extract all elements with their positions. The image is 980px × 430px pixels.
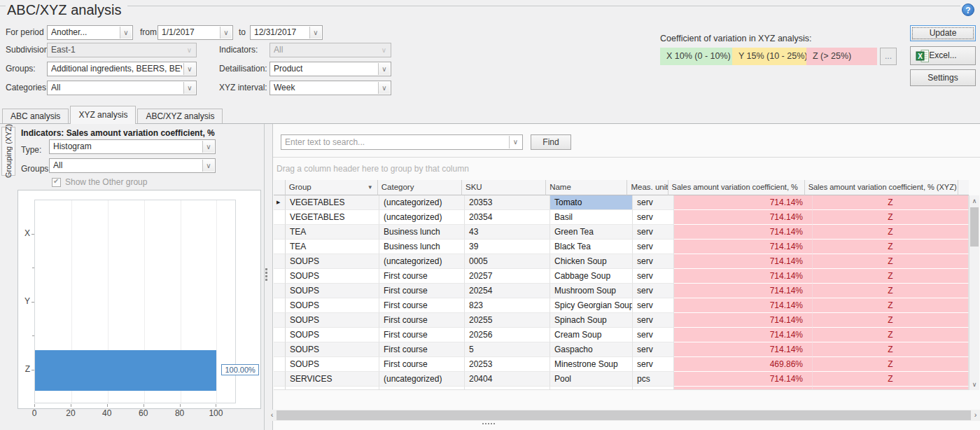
column-header-category[interactable]: Category: [378, 180, 462, 195]
vertical-scroll-thumb[interactable]: [970, 207, 979, 247]
cell-unit[interactable]: serv: [633, 284, 674, 298]
scroll-up-icon[interactable]: [969, 195, 979, 207]
cell-category[interactable]: First course: [379, 298, 465, 313]
scroll-down-icon[interactable]: [969, 379, 979, 390]
from-date-select[interactable]: 1/1/2017: [158, 25, 233, 40]
cell-name[interactable]: Minestrone Soup: [550, 357, 633, 372]
table-row[interactable]: SOUPSFirst course20255Spinach Soupserv71…: [274, 313, 969, 328]
cell-xyz[interactable]: Z: [813, 195, 969, 210]
table-row[interactable]: SOUPS(uncategorized)0005Chicken Soupserv…: [274, 254, 969, 269]
table-row[interactable]: VEGETABLES(uncategorized)20354Basilserv7…: [274, 210, 969, 225]
detailisation-select[interactable]: Product: [270, 62, 391, 76]
table-row[interactable]: TEABusiness lunch43Green Teaserv714.14%Z: [274, 225, 969, 240]
cell-coef[interactable]: 714.14%: [674, 269, 813, 284]
cell-unit[interactable]: serv: [633, 269, 674, 284]
cell-name[interactable]: Tomato: [550, 195, 633, 210]
cell-group[interactable]: TEA: [286, 240, 379, 254]
update-button[interactable]: Update: [910, 25, 976, 41]
cell-coef[interactable]: 714.14%: [674, 210, 813, 225]
scroll-left-icon[interactable]: [267, 410, 276, 421]
cell-coef[interactable]: 714.14%: [674, 284, 813, 298]
cell-unit[interactable]: serv: [633, 240, 674, 254]
cell-group[interactable]: SOUPS: [286, 298, 379, 313]
cell-sku[interactable]: 20353: [465, 195, 550, 210]
cell-coef[interactable]: 714.14%: [674, 254, 813, 269]
cell-sku[interactable]: 20254: [465, 284, 550, 298]
panel-splitter[interactable]: [265, 268, 268, 279]
cell-name[interactable]: Basil: [550, 210, 633, 225]
tab-abc-analysis[interactable]: ABC analysis: [2, 109, 69, 123]
help-icon[interactable]: ?: [962, 4, 974, 16]
cell-name[interactable]: Black Tea: [550, 240, 633, 254]
tab-abc-xyz-analysis[interactable]: ABC/XYZ analysis: [137, 109, 223, 123]
table-row[interactable]: SOUPSFirst course20257Cabbage Soupserv71…: [274, 269, 969, 284]
cell-group[interactable]: SOUPS: [286, 313, 379, 328]
chevron-down-icon[interactable]: [120, 27, 132, 39]
cell-category[interactable]: First course: [379, 269, 465, 284]
cell-unit[interactable]: serv: [633, 328, 674, 342]
cell-coef[interactable]: 714.14%: [674, 240, 813, 254]
find-button[interactable]: Find: [531, 134, 571, 150]
cell-xyz[interactable]: Z: [813, 328, 969, 342]
cell-coef[interactable]: 714.14%: [674, 195, 813, 210]
categories-select[interactable]: All: [47, 81, 197, 95]
cell-coef[interactable]: 714.14%: [674, 298, 813, 313]
cell-unit[interactable]: serv: [633, 225, 674, 240]
cell-xyz[interactable]: Z: [813, 269, 969, 284]
chevron-down-icon[interactable]: [202, 160, 214, 172]
cell-xyz[interactable]: Z: [813, 342, 969, 357]
cell-sku[interactable]: 20354: [465, 210, 550, 225]
chart-type-select[interactable]: Histogram: [49, 139, 216, 154]
cell-xyz[interactable]: Z: [813, 298, 969, 313]
cell-xyz[interactable]: Z: [813, 225, 969, 240]
cell-xyz[interactable]: Z: [813, 254, 969, 269]
settings-button[interactable]: Settings: [910, 69, 976, 86]
cell-xyz[interactable]: Z: [813, 240, 969, 254]
groups-select[interactable]: Additional ingredients, BEERS, BEV...: [47, 62, 197, 76]
table-row[interactable]: SOUPSFirst course823Spicy Georgian Soups…: [274, 298, 969, 313]
column-header-sales-amount-variation-coefficient-xyz[interactable]: Sales amount variation coefficient, % (X…: [805, 180, 959, 195]
cell-name[interactable]: Cabbage Soup: [550, 269, 633, 284]
column-header-group[interactable]: Group▼: [286, 180, 378, 195]
chart-bar-z[interactable]: [35, 350, 216, 391]
cell-group[interactable]: SOUPS: [286, 342, 379, 357]
cell-name[interactable]: Pool: [550, 372, 633, 387]
cell-name[interactable]: Cream Soup: [550, 328, 633, 342]
cell-coef[interactable]: 714.14%: [674, 328, 813, 342]
cell-unit[interactable]: serv: [633, 357, 674, 372]
to-date-select[interactable]: 12/31/2017: [250, 25, 323, 40]
horizontal-scrollbar[interactable]: [267, 410, 980, 421]
cell-category[interactable]: First course: [379, 328, 465, 342]
search-box[interactable]: [281, 134, 523, 150]
cell-group[interactable]: SOUPS: [286, 284, 379, 298]
table-row[interactable]: SOUPSFirst course20256Cream Soupserv714.…: [274, 328, 969, 342]
cell-sku[interactable]: 20404: [465, 372, 550, 387]
vertical-scrollbar[interactable]: [969, 195, 979, 390]
cell-coef[interactable]: 469.86%: [674, 357, 813, 372]
grouping-xyz-side-tab[interactable]: Grouping (XYZ): [1, 127, 15, 176]
column-header-sales-amount-variation-coefficient[interactable]: Sales amount variation coefficient, %: [668, 180, 805, 195]
column-header-name[interactable]: Name: [546, 180, 627, 195]
cell-category[interactable]: (uncategorized): [379, 254, 465, 269]
search-input[interactable]: [285, 136, 507, 148]
cell-coef[interactable]: 714.14%: [674, 342, 813, 357]
cell-group[interactable]: SOUPS: [286, 269, 379, 284]
cell-category[interactable]: First course: [379, 313, 465, 328]
chevron-down-icon[interactable]: [509, 136, 522, 148]
cell-sku[interactable]: 20255: [465, 313, 550, 328]
cell-name[interactable]: Green Tea: [550, 225, 633, 240]
cell-name[interactable]: Gaspacho: [550, 342, 633, 357]
cell-unit[interactable]: serv: [633, 210, 674, 225]
column-header-sku[interactable]: SKU: [462, 180, 546, 195]
cell-sku[interactable]: 5: [465, 342, 550, 357]
cell-group[interactable]: SOUPS: [286, 328, 379, 342]
cell-unit[interactable]: pcs: [633, 372, 674, 387]
cell-coef[interactable]: 714.14%: [674, 313, 813, 328]
cell-xyz[interactable]: Z: [813, 357, 969, 372]
cell-unit[interactable]: serv: [633, 195, 674, 210]
chevron-down-icon[interactable]: [202, 141, 214, 153]
cell-xyz[interactable]: Z: [813, 372, 969, 387]
cell-group[interactable]: SERVICES: [286, 372, 379, 387]
cell-sku[interactable]: 43: [465, 225, 550, 240]
chevron-down-icon[interactable]: [220, 27, 232, 39]
